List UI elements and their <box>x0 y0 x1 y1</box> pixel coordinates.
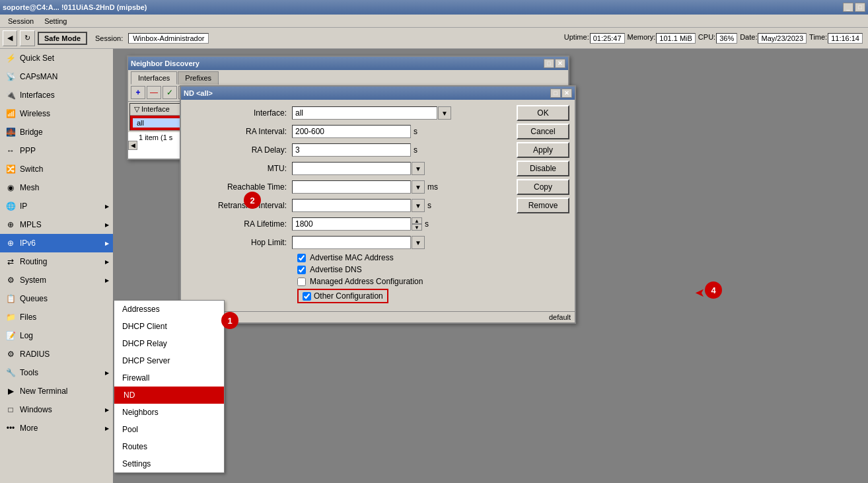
submenu-dhcp-server[interactable]: DHCP Server <box>114 352 224 369</box>
submenu-nd[interactable]: ND <box>114 387 224 404</box>
retransmit-suffix: s <box>427 201 431 210</box>
submenu-settings[interactable]: Settings <box>114 455 224 472</box>
back-button[interactable]: ◀ <box>3 30 17 46</box>
date-value: May/23/2023 <box>758 33 807 44</box>
form-row-mtu: MTU: ▼ <box>186 161 509 176</box>
sidebar-item-ip[interactable]: 🌐 IP <box>0 197 113 215</box>
sidebar-item-quick-set[interactable]: ⚡ Quick Set <box>0 49 113 67</box>
ra-delay-suffix: s <box>414 145 417 155</box>
submenu-firewall[interactable]: Firewall <box>114 369 224 387</box>
interface-dropdown[interactable]: ▼ <box>438 106 451 120</box>
windows-icon: □ <box>5 404 16 415</box>
other-config-checkbox[interactable] <box>303 292 311 301</box>
retransmit-label: Retransmit Interval: <box>186 201 292 210</box>
sidebar-item-mesh[interactable]: ◉ Mesh <box>0 178 113 197</box>
copy-button[interactable]: Copy <box>517 179 569 195</box>
ra-lifetime-down[interactable]: ▼ <box>412 224 422 231</box>
queues-icon: 📋 <box>5 293 16 304</box>
routing-icon: ⇄ <box>5 256 16 267</box>
sidebar-label-files: Files <box>20 313 36 322</box>
sidebar-item-files[interactable]: 📁 Files <box>0 308 113 326</box>
advertise-dns-checkbox[interactable] <box>297 266 306 274</box>
sidebar-label-ip: IP <box>20 202 27 211</box>
reachable-input[interactable] <box>292 180 411 194</box>
sidebar-item-ipv6[interactable]: ⊕ IPv6 <box>0 234 113 252</box>
nd-all-title-buttons[interactable]: □ ✕ <box>550 89 572 98</box>
nd-close[interactable]: ✕ <box>555 59 565 68</box>
ra-lifetime-up[interactable]: ▲ <box>412 217 422 224</box>
sidebar-label-capsman: CAPsMAN <box>20 72 57 81</box>
nd-minimize[interactable]: □ <box>544 59 554 68</box>
maximize-button[interactable]: □ <box>855 3 865 12</box>
sidebar-item-ppp[interactable]: ↔ PPP <box>0 141 113 160</box>
ra-lifetime-input[interactable] <box>292 217 411 231</box>
sidebar-item-system[interactable]: ⚙ System <box>0 271 113 289</box>
sidebar-item-radius[interactable]: ⚙ RADIUS <box>0 345 113 363</box>
apply-button[interactable]: Apply <box>517 142 569 158</box>
hop-limit-input[interactable] <box>292 236 411 249</box>
submenu-pool[interactable]: Pool <box>114 421 224 438</box>
interface-input[interactable] <box>292 106 437 120</box>
mtu-dropdown[interactable]: ▼ <box>412 162 425 175</box>
minimize-button[interactable]: _ <box>843 3 853 12</box>
disable-button[interactable]: Disable <box>517 161 569 176</box>
submenu-dhcp-client[interactable]: DHCP Client <box>114 318 224 335</box>
menu-session[interactable]: Session <box>3 16 39 26</box>
reachable-dropdown[interactable]: ▼ <box>412 180 425 194</box>
sidebar-item-routing[interactable]: ⇄ Routing <box>0 252 113 271</box>
ra-delay-input[interactable] <box>292 143 411 157</box>
remove-button[interactable]: Remove <box>517 198 569 213</box>
form-row-ra-lifetime: RA Lifetime: ▲ ▼ s <box>186 216 509 232</box>
submenu-routes[interactable]: Routes <box>114 438 224 455</box>
nd-all-minimize[interactable]: □ <box>550 89 561 98</box>
ra-lifetime-spinner: ▲ ▼ <box>411 217 422 231</box>
sidebar-item-new-terminal[interactable]: ▶ New Terminal <box>0 382 113 400</box>
tab-prefixes[interactable]: Prefixes <box>178 71 219 85</box>
managed-address-checkbox[interactable] <box>297 278 306 286</box>
sidebar-item-queues[interactable]: 📋 Queues <box>0 289 113 308</box>
sidebar-item-wireless[interactable]: 📶 Wireless <box>0 104 113 123</box>
memory-value: 101.1 MiB <box>656 33 696 44</box>
sidebar-item-windows[interactable]: □ Windows <box>0 400 113 419</box>
submenu-neighbors[interactable]: Neighbors <box>114 404 224 421</box>
hop-limit-label: Hop Limit: <box>186 238 292 247</box>
hop-limit-dropdown[interactable]: ▼ <box>412 236 425 249</box>
uptime-value: 01:25:47 <box>590 33 625 44</box>
menu-setting[interactable]: Setting <box>39 16 72 26</box>
sidebar-item-interfaces[interactable]: 🔌 Interfaces <box>0 86 113 104</box>
checkbox-row-advertise-mac: Advertise MAC Address <box>186 253 509 262</box>
ra-delay-label: RA Delay: <box>186 145 292 155</box>
retransmit-input[interactable] <box>292 199 411 212</box>
interface-label: Interface: <box>186 108 292 118</box>
files-icon: 📁 <box>5 312 16 322</box>
sidebar-item-tools[interactable]: 🔧 Tools <box>0 363 113 382</box>
sidebar-item-more[interactable]: ••• More <box>0 419 113 437</box>
sidebar-item-switch[interactable]: 🔀 Switch <box>0 160 113 178</box>
submenu-addresses[interactable]: Addresses <box>114 301 224 318</box>
sidebar-item-mpls[interactable]: ⊕ MPLS <box>0 215 113 234</box>
advertise-mac-checkbox[interactable] <box>297 254 306 262</box>
sidebar-item-log[interactable]: 📝 Log <box>0 326 113 345</box>
title-bar-buttons[interactable]: _ □ <box>843 3 865 12</box>
retransmit-dropdown[interactable]: ▼ <box>412 199 425 212</box>
nd-title-bar: Neighbor Discovery □ ✕ <box>128 57 568 70</box>
remove-button[interactable]: — <box>147 86 161 99</box>
nd-scroll-left[interactable]: ◀ <box>128 141 137 150</box>
ra-lifetime-label: RA Lifetime: <box>186 219 292 229</box>
enable-button[interactable]: ✓ <box>163 86 177 99</box>
refresh-button[interactable]: ↻ <box>20 30 35 46</box>
tab-interfaces[interactable]: Interfaces <box>131 71 177 85</box>
sidebar-item-bridge[interactable]: 🌉 Bridge <box>0 123 113 141</box>
submenu-dhcp-relay[interactable]: DHCP Relay <box>114 335 224 352</box>
ra-interval-input[interactable] <box>292 125 411 138</box>
sidebar-label-quick-set: Quick Set <box>20 54 54 63</box>
nd-title-buttons[interactable]: □ ✕ <box>544 59 565 68</box>
mtu-input[interactable] <box>292 162 411 175</box>
safe-mode-button[interactable]: Safe Mode <box>38 32 87 45</box>
ok-button[interactable]: OK <box>517 105 569 121</box>
add-button[interactable]: + <box>131 86 145 99</box>
nd-all-close[interactable]: ✕ <box>561 89 572 98</box>
content-area: Neighbor Discovery □ ✕ Interfaces Prefix… <box>114 49 868 483</box>
cancel-button[interactable]: Cancel <box>517 124 569 139</box>
sidebar-item-capsman[interactable]: 📡 CAPsMAN <box>0 67 113 86</box>
